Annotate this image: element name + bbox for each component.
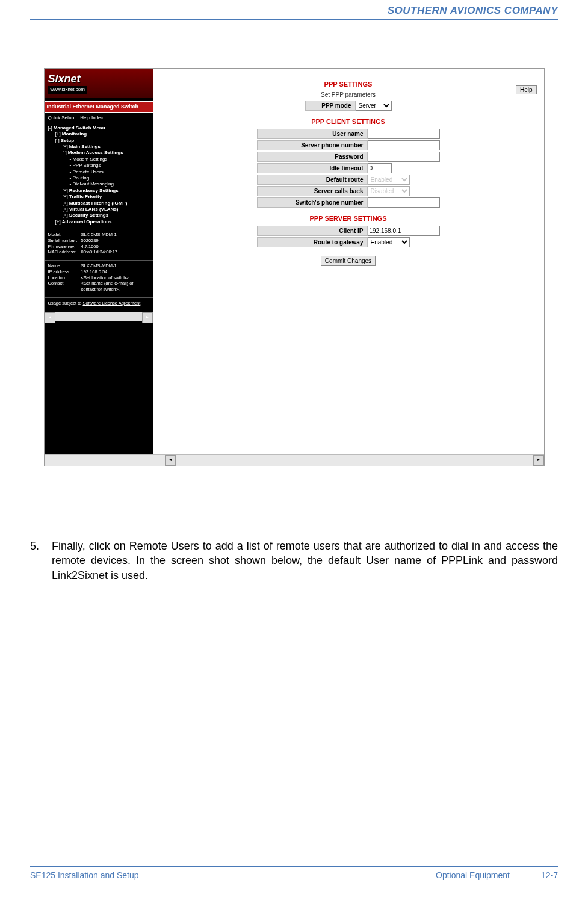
ip-value: 192.168.0.54 — [81, 269, 108, 275]
server-phone-label: Server phone number — [257, 140, 368, 150]
main-content: Help PPP SETTINGS Set PPP parameters PPP… — [153, 69, 544, 454]
contact-value: <Set name (and e-mail) of contact for sw… — [81, 280, 149, 293]
sidebar-scrollbar[interactable]: ◂ ▸ — [45, 312, 153, 321]
help-index-link[interactable]: Help Index — [80, 115, 103, 120]
fw-value: 4.7.1060 — [81, 244, 99, 250]
page-footer: SE125 Installation and Setup Optional Eq… — [30, 866, 558, 880]
company-name: SOUTHERN AVIONICS COMPANY — [388, 5, 558, 16]
step-text: Finally, click on Remote Users to add a … — [52, 539, 558, 583]
tree-remote-users[interactable]: Remote Users — [48, 169, 149, 175]
step-number: 5. — [30, 539, 52, 583]
server-phone-input[interactable] — [368, 140, 440, 150]
tree-security[interactable]: Security Settings — [48, 212, 149, 218]
device-info-2: Name:SLX-5MS-MDM-1 IP address:192.168.0.… — [45, 260, 153, 295]
client-ip-input[interactable] — [368, 226, 440, 236]
footer-left: SE125 Installation and Setup — [30, 870, 139, 880]
help-button[interactable]: Help — [516, 85, 537, 94]
ip-label: IP address: — [48, 269, 81, 275]
logo-url: www.sixnet.com — [48, 86, 87, 93]
tree-advanced[interactable]: Advanced Operations — [48, 219, 149, 225]
serial-label: Serial number: — [48, 238, 81, 244]
ppp-mode-label: PPP mode — [305, 101, 356, 111]
username-input[interactable] — [368, 129, 440, 139]
tree-traffic[interactable]: Traffic Priority — [48, 194, 149, 200]
gateway-label: Route to gateway — [257, 237, 368, 247]
name-label: Name: — [48, 263, 81, 269]
default-route-select: Enabled — [368, 175, 410, 185]
tree-routing[interactable]: Routing — [48, 175, 149, 181]
ppp-client-title: PPP CLIENT SETTINGS — [160, 118, 537, 125]
screenshot-container: ▴ Sixnet www.sixnet.com Industrial Ether… — [44, 68, 545, 466]
tree-monitoring[interactable]: Monitoring — [48, 131, 149, 137]
tree-main-settings[interactable]: Main Settings — [48, 144, 149, 150]
scroll-left-main-icon[interactable]: ◂ — [165, 455, 176, 466]
ppp-settings-title: PPP SETTINGS — [160, 81, 537, 88]
scroll-right-icon[interactable]: ▸ — [142, 312, 153, 323]
gateway-select[interactable]: Enabled — [368, 237, 410, 247]
page-header: SOUTHERN AVIONICS COMPANY — [30, 0, 558, 20]
model-value: SLX-5MS-MDM-1 — [81, 232, 117, 238]
tree-setup[interactable]: Setup — [48, 138, 149, 144]
idle-timeout-input[interactable] — [368, 163, 392, 173]
tree-modem-access[interactable]: Modem Access Settings — [48, 150, 149, 156]
callback-label: Server calls back — [257, 186, 368, 196]
footer-page-number: 12-7 — [541, 870, 558, 880]
name-value: SLX-5MS-MDM-1 — [81, 263, 117, 269]
license-link[interactable]: Software License Agreement — [82, 300, 140, 306]
logo: Sixnet www.sixnet.com — [45, 69, 153, 98]
quick-setup-link[interactable]: Quick Setup — [48, 115, 75, 120]
switch-phone-input[interactable] — [368, 197, 440, 208]
callback-select: Disabled — [368, 186, 410, 196]
license-block: Usage subject to Software License Agreem… — [45, 297, 153, 309]
fw-label: Firmware rev: — [48, 244, 81, 250]
model-label: Model: — [48, 232, 81, 238]
loc-value: <Set location of switch> — [81, 275, 129, 281]
contact-label: Contact: — [48, 280, 81, 293]
loc-label: Location: — [48, 275, 81, 281]
footer-center: Optional Equipment — [436, 870, 510, 880]
tree-dialout[interactable]: Dial-out Messaging — [48, 181, 149, 187]
mac-value: 00:a0:1d:34:00:17 — [81, 249, 117, 255]
tree-ppp-settings[interactable]: PPP Settings — [48, 163, 149, 169]
password-label: Password — [257, 152, 368, 162]
username-label: User name — [257, 129, 368, 139]
ppp-mode-select[interactable]: Server — [356, 101, 392, 111]
mac-label: MAC address: — [48, 249, 81, 255]
scroll-left-icon[interactable]: ◂ — [45, 312, 55, 323]
tree-multicast[interactable]: Multicast Filtering (IGMP) — [48, 200, 149, 206]
idle-timeout-label: Idle timeout — [257, 163, 368, 173]
ppp-server-title: PPP SERVER SETTINGS — [160, 215, 537, 222]
device-info-1: Model:SLX-5MS-MDM-1 Serial number:502028… — [45, 229, 153, 258]
ppp-settings-subtitle: Set PPP parameters — [160, 91, 537, 98]
serial-value: 5020289 — [81, 238, 99, 244]
client-ip-label: Client IP — [257, 226, 368, 236]
switch-phone-label: Switch's phone number — [257, 197, 368, 208]
tree-modem-settings[interactable]: Modem Settings — [48, 156, 149, 163]
password-input[interactable] — [368, 152, 440, 162]
nav-tree: Managed Switch Menu Monitoring Setup Mai… — [45, 124, 153, 226]
sidebar-banner: Industrial Ethernet Managed Switch — [45, 101, 153, 113]
tree-root[interactable]: Managed Switch Menu — [48, 125, 149, 131]
tree-vlans[interactable]: Virtual LANs (VLANs) — [48, 206, 149, 212]
commit-button[interactable]: Commit Changes — [321, 256, 376, 266]
horizontal-scrollbar[interactable]: ◂ ▸ — [45, 454, 544, 466]
scroll-right-main-icon[interactable]: ▸ — [533, 455, 544, 466]
default-route-label: Default route — [257, 175, 368, 185]
sidebar: Sixnet www.sixnet.com Industrial Etherne… — [45, 69, 153, 454]
license-prefix: Usage subject to — [48, 300, 83, 306]
sidebar-nav-links: Quick Setup Help Index — [45, 113, 153, 123]
logo-brand: Sixnet — [48, 72, 149, 86]
instruction-step: 5. Finally, click on Remote Users to add… — [30, 539, 558, 583]
tree-redundancy[interactable]: Redundancy Settings — [48, 188, 149, 194]
